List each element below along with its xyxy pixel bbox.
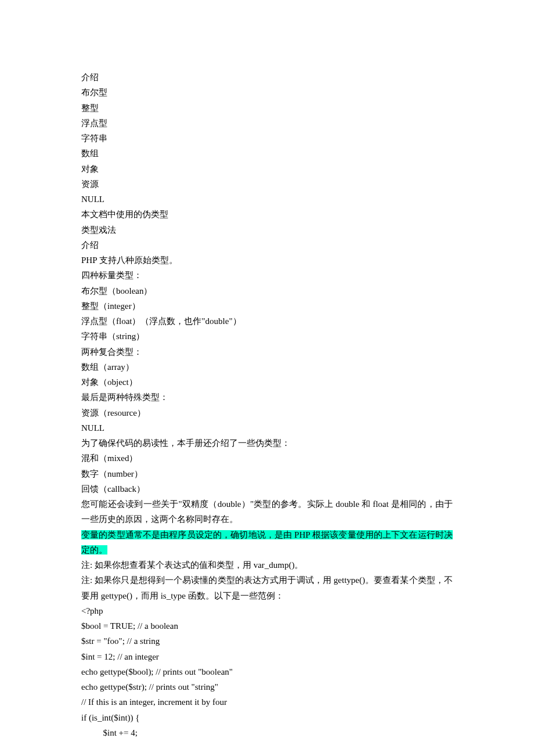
code-line: <?php xyxy=(81,603,453,618)
code-line: // If this is an integer, increment it b… xyxy=(81,694,453,710)
text-line: 数字（number） xyxy=(81,466,453,481)
highlighted-text: 变量的类型通常不是由程序员设定的，确切地说，是由 PHP 根据该变量使用的上下文… xyxy=(81,527,453,558)
text-line: 两种复合类型： xyxy=(81,344,453,359)
text-line: 本文档中使用的伪类型 xyxy=(81,207,453,222)
text-line: 整型（integer） xyxy=(81,298,453,314)
text-line: 数组 xyxy=(81,146,453,161)
text-line: 整型 xyxy=(81,100,453,116)
text-line: 四种标量类型： xyxy=(81,268,453,283)
text-line: 注: 如果你只是想得到一个易读懂的类型的表达方式用于调试，用 gettype()… xyxy=(81,573,453,603)
text-line: 注: 如果你想查看某个表达式的值和类型，用 var_dump()。 xyxy=(81,557,453,573)
text-line: 为了确保代码的易读性，本手册还介绍了一些伪类型： xyxy=(81,435,453,451)
text-line: PHP 支持八种原始类型。 xyxy=(81,253,453,268)
text-line: 介绍 xyxy=(81,70,453,85)
code-line: if (is_int($int)) { xyxy=(81,710,453,725)
code-line: $int = 12; // an integer xyxy=(81,649,453,664)
text-line: 布尔型 xyxy=(81,85,453,100)
code-line: echo gettype($bool); // prints out "bool… xyxy=(81,664,453,679)
highlight-span: 变量的类型通常不是由程序员设定的，确切地说，是由 PHP 根据该变量使用的上下文… xyxy=(81,530,453,555)
text-line: 字符串（string） xyxy=(81,329,453,344)
text-line: 回馈（callback） xyxy=(81,481,453,496)
text-line: 浮点型 xyxy=(81,116,453,131)
text-line: NULL xyxy=(81,420,453,435)
text-line: 浮点型（float）（浮点数，也作"double"） xyxy=(81,314,453,329)
document-page: 介绍 布尔型 整型 浮点型 字符串 数组 对象 资源 NULL 本文档中使用的伪… xyxy=(0,0,534,756)
text-line: 布尔型（boolean） xyxy=(81,283,453,298)
text-line: 资源 xyxy=(81,177,453,192)
text-line: 字符串 xyxy=(81,131,453,146)
code-line: $str = "foo"; // a string xyxy=(81,633,453,649)
text-line: 资源（resource） xyxy=(81,405,453,420)
text-line: 数组（array） xyxy=(81,359,453,375)
text-line: 类型戏法 xyxy=(81,222,453,237)
text-line: 对象（object） xyxy=(81,375,453,390)
text-line: 介绍 xyxy=(81,237,453,253)
code-line: echo gettype($str); // prints out "strin… xyxy=(81,679,453,694)
text-line: 对象 xyxy=(81,161,453,177)
text-line: 您可能还会读到一些关于"双精度（double）"类型的参考。实际上 double… xyxy=(81,496,453,527)
text-line: NULL xyxy=(81,192,453,207)
text-line: 混和（mixed） xyxy=(81,451,453,466)
code-line: $bool = TRUE; // a boolean xyxy=(81,618,453,633)
text-line: 最后是两种特殊类型： xyxy=(81,390,453,405)
code-line-indented: $int += 4; xyxy=(81,725,453,740)
